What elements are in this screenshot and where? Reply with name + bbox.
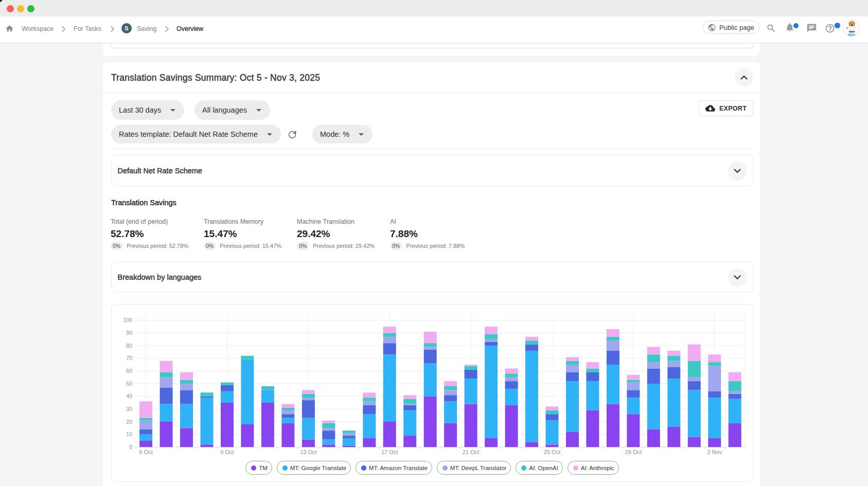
svg-text:29 Oct: 29 Oct bbox=[625, 449, 641, 455]
svg-text:100: 100 bbox=[123, 317, 132, 323]
svg-text:40: 40 bbox=[126, 393, 132, 399]
svg-text:21 Oct: 21 Oct bbox=[462, 449, 479, 455]
svg-text:2 Nov: 2 Nov bbox=[707, 449, 722, 455]
svg-text:5 Oct: 5 Oct bbox=[139, 449, 152, 455]
svg-text:70: 70 bbox=[126, 355, 132, 361]
svg-text:9 Oct: 9 Oct bbox=[220, 449, 234, 455]
svg-text:0: 0 bbox=[129, 444, 132, 450]
svg-text:90: 90 bbox=[126, 330, 132, 336]
svg-text:60: 60 bbox=[126, 368, 132, 374]
svg-text:10: 10 bbox=[126, 431, 132, 437]
svg-text:30: 30 bbox=[126, 406, 132, 412]
svg-text:25 Oct: 25 Oct bbox=[543, 449, 560, 455]
svg-text:50: 50 bbox=[126, 381, 132, 387]
svg-text:13 Oct: 13 Oct bbox=[300, 449, 316, 455]
svg-text:80: 80 bbox=[126, 343, 132, 349]
svg-text:17 Oct: 17 Oct bbox=[381, 449, 397, 455]
svg-text:20: 20 bbox=[126, 419, 132, 425]
